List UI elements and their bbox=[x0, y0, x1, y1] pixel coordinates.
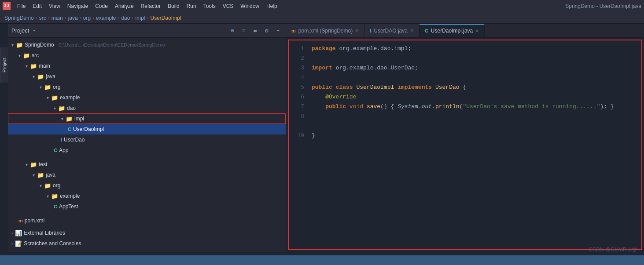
menu-file[interactable]: File bbox=[14, 2, 29, 10]
folder-icon-ext: 📊 bbox=[15, 230, 22, 236]
toolbar-locate-icon[interactable]: ⊕ bbox=[228, 27, 236, 35]
menu-analyze[interactable]: Analyze bbox=[112, 2, 137, 10]
tab-userdao[interactable]: I UserDAO.java ✕ bbox=[364, 24, 420, 37]
tree-item-example-test[interactable]: ▾ 📁 example bbox=[8, 191, 286, 201]
menu-refactor[interactable]: Refactor bbox=[138, 2, 164, 10]
chevron-icon: ▾ bbox=[18, 53, 21, 58]
tab-icon-userdaoimpl: C bbox=[425, 28, 428, 33]
menu-help[interactable]: Help bbox=[263, 2, 280, 10]
toolbar-hide-icon[interactable]: – bbox=[274, 27, 282, 35]
tree-item-example[interactable]: ▾ 📁 example bbox=[8, 92, 286, 103]
code-line-10: } bbox=[312, 131, 636, 141]
tab-icon-userdao: I bbox=[370, 28, 371, 33]
project-tree: ▾ 📁 SpringDemo C:\Users\...\Desktop\Demo… bbox=[8, 38, 286, 252]
status-bar bbox=[0, 255, 644, 265]
tree-item-src[interactable]: ▾ 📁 src bbox=[8, 50, 286, 61]
class-icon-userdaoimpl: C bbox=[68, 127, 71, 132]
breadcrumb-main[interactable]: main bbox=[52, 15, 63, 21]
tree-label-org: org bbox=[53, 84, 60, 90]
breadcrumb-org[interactable]: org bbox=[83, 15, 91, 21]
tree-item-org-test[interactable]: ▾ 📁 org bbox=[8, 180, 286, 191]
main-layout: Project Project ▾ ⊕ ≡ ⇌ ⚙ – ▾ 📁 SpringDe… bbox=[0, 24, 644, 252]
tree-item-test[interactable]: ▾ 📁 test bbox=[8, 159, 286, 170]
breadcrumb: SpringDemo › src › main › java › org › e… bbox=[0, 12, 644, 24]
tab-userdaoimpl[interactable]: C UserDaoImpl.java ✕ bbox=[420, 24, 485, 37]
tree-item-pom[interactable]: m pom.xml bbox=[8, 215, 286, 226]
code-line-2 bbox=[312, 54, 636, 63]
tree-label-springdemo: SpringDemo bbox=[25, 42, 54, 48]
code-editor[interactable]: 1 2 3 4 5 6 7 8 9 10 package org.example… bbox=[288, 40, 642, 250]
tree-item-java[interactable]: ▾ 📁 java bbox=[8, 71, 286, 82]
menu-navigate[interactable]: Navigate bbox=[64, 2, 91, 10]
chevron-icon: ▾ bbox=[11, 43, 14, 47]
tree-label-java: java bbox=[46, 73, 55, 80]
menu-tools[interactable]: Tools bbox=[200, 2, 219, 10]
tree-item-java-test[interactable]: ▾ 📁 java bbox=[8, 170, 286, 180]
tree-item-springdemo[interactable]: ▾ 📁 SpringDemo C:\Users\...\Desktop\Demo… bbox=[8, 40, 286, 50]
tree-item-scratches[interactable]: › 📝 Scratches and Consoles bbox=[8, 238, 286, 249]
tab-label-userdaoimpl: UserDaoImpl.java bbox=[431, 28, 473, 34]
menu-view[interactable]: View bbox=[46, 2, 63, 10]
editor-area: m pom.xml (SpringDemo) ✕ I UserDAO.java … bbox=[286, 24, 644, 252]
project-dropdown-icon[interactable]: ▾ bbox=[33, 28, 35, 33]
breadcrumb-springdemo[interactable]: SpringDemo bbox=[4, 15, 34, 21]
app-logo: IJ bbox=[3, 2, 11, 10]
menu-edit[interactable]: Edit bbox=[29, 2, 45, 10]
breadcrumb-example[interactable]: example bbox=[96, 15, 116, 21]
tab-close-userdao[interactable]: ✕ bbox=[410, 28, 414, 33]
tree-item-app[interactable]: C App bbox=[8, 145, 286, 156]
breadcrumb-java[interactable]: java bbox=[68, 15, 78, 21]
toolbar-collapse-icon[interactable]: ≡ bbox=[240, 27, 248, 35]
tree-item-main[interactable]: ▾ 📁 main bbox=[8, 61, 286, 71]
breadcrumb-src[interactable]: src bbox=[39, 15, 46, 21]
tab-close-pom[interactable]: ✕ bbox=[355, 28, 359, 33]
watermark: CSDN @GUMP小甘 bbox=[589, 246, 637, 254]
folder-icon-java-test: 📁 bbox=[37, 172, 44, 178]
project-side-label[interactable]: Project bbox=[0, 47, 8, 83]
menu-vcs[interactable]: VCS bbox=[220, 2, 237, 10]
chevron-icon-ext: › bbox=[11, 231, 13, 236]
folder-icon-org: 📁 bbox=[44, 84, 51, 91]
folder-icon-main: 📁 bbox=[30, 63, 37, 69]
toolbar-settings-icon[interactable]: ⚙ bbox=[263, 27, 271, 35]
tree-item-userdao[interactable]: I UserDao bbox=[8, 134, 286, 145]
toolbar-options-icon[interactable]: ⇌ bbox=[251, 27, 259, 35]
tree-item-org[interactable]: ▾ 📁 org bbox=[8, 82, 286, 92]
tab-label-pom: pom.xml (SpringDemo) bbox=[298, 28, 353, 34]
tree-item-userdaoimpl[interactable]: C UserDaoImpl bbox=[8, 124, 286, 134]
code-content[interactable]: package org.example.dao.impl; import org… bbox=[306, 40, 641, 249]
folder-icon-impl: 📁 bbox=[66, 116, 73, 122]
menu-window[interactable]: Window bbox=[237, 2, 262, 10]
tree-item-apptest[interactable]: C AppTest bbox=[8, 201, 286, 212]
project-panel: Project ▾ ⊕ ≡ ⇌ ⚙ – ▾ 📁 SpringDemo C:\Us… bbox=[8, 24, 286, 252]
tree-label-pom: pom.xml bbox=[25, 218, 44, 224]
window-title: SpringDemo - UserDaoImpl.java bbox=[565, 3, 641, 9]
menu-build[interactable]: Build bbox=[165, 2, 183, 10]
folder-icon-example-test: 📁 bbox=[51, 193, 58, 200]
tree-label-ext-libs: External Libraries bbox=[24, 230, 65, 236]
chevron-icon-scratch: › bbox=[11, 241, 13, 246]
tab-icon-pom: m bbox=[291, 28, 296, 33]
tree-item-impl[interactable]: ▾ 📁 impl bbox=[8, 113, 286, 124]
tree-item-ext-libs[interactable]: › 📊 External Libraries bbox=[8, 228, 286, 238]
code-line-3: import org.example.dao.UserDao; bbox=[312, 63, 636, 73]
tab-close-userdaoimpl[interactable]: ✕ bbox=[475, 29, 479, 33]
tree-item-dao[interactable]: ▾ 📁 dao bbox=[8, 103, 286, 113]
menu-code[interactable]: Code bbox=[92, 2, 111, 10]
code-line-8 bbox=[312, 112, 636, 121]
tab-pom[interactable]: m pom.xml (SpringDemo) ✕ bbox=[286, 24, 364, 37]
folder-icon-dao: 📁 bbox=[58, 105, 65, 112]
tree-label-scratches: Scratches and Consoles bbox=[24, 240, 81, 247]
chevron-icon: ▾ bbox=[54, 106, 56, 111]
file-icon-pom: m bbox=[18, 218, 23, 223]
project-toolbar: Project ▾ ⊕ ≡ ⇌ ⚙ – bbox=[8, 24, 286, 38]
breadcrumb-userdaoimpl[interactable]: UserDaoImpl bbox=[150, 15, 181, 21]
tree-label-userdao: UserDao bbox=[64, 137, 85, 143]
chevron-icon: ▾ bbox=[47, 95, 49, 100]
tree-label-example: example bbox=[60, 94, 80, 101]
menu-run[interactable]: Run bbox=[184, 2, 199, 10]
breadcrumb-impl[interactable]: impl bbox=[135, 15, 145, 21]
class-icon-userdao: I bbox=[61, 137, 62, 142]
breadcrumb-dao[interactable]: dao bbox=[121, 15, 130, 21]
tab-label-userdao: UserDAO.java bbox=[374, 28, 408, 34]
